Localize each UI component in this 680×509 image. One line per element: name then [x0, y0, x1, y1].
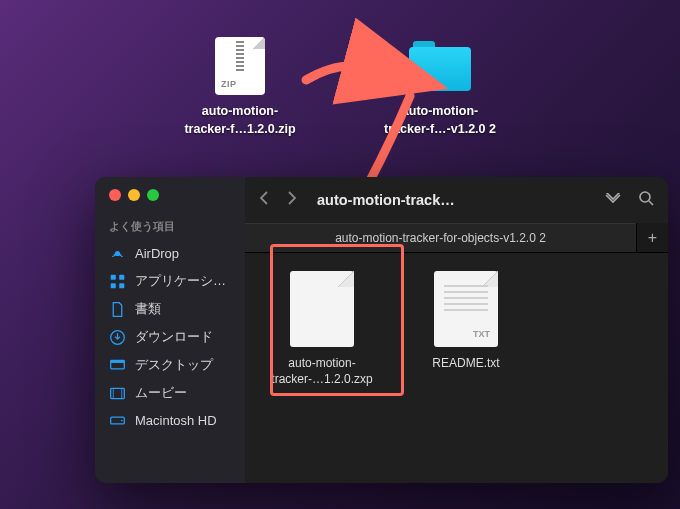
svg-rect-3 — [111, 283, 116, 288]
sidebar-item-label: 書類 — [135, 300, 161, 318]
minimize-button[interactable] — [128, 189, 140, 201]
download-icon — [109, 329, 126, 346]
finder-tab[interactable]: auto-motion-tracker-for-objects-v1.2.0 2 — [245, 223, 636, 252]
desktop-folder[interactable]: auto-motion-tracker-f…-v1.2.0 2 — [370, 35, 510, 138]
window-controls — [95, 189, 245, 215]
sidebar-item-hd[interactable]: Macintosh HD — [95, 407, 245, 434]
desktop-folder-label: auto-motion-tracker-f…-v1.2.0 2 — [384, 103, 496, 138]
svg-point-10 — [121, 420, 123, 422]
desktop-file-zip[interactable]: ZIP auto-motion-tracker-f…1.2.0.zip — [170, 35, 310, 138]
svg-rect-4 — [119, 283, 124, 288]
sidebar-item-desktop[interactable]: デスクトップ — [95, 351, 245, 379]
finder-main: auto-motion-track… auto-motion-tracker-f… — [245, 177, 668, 483]
file-item[interactable]: TXTREADME.txt — [411, 271, 521, 371]
forward-button[interactable] — [287, 191, 297, 209]
sidebar-item-doc[interactable]: 書類 — [95, 295, 245, 323]
desktop-file-label: auto-motion-tracker-f…1.2.0.zip — [184, 103, 295, 138]
sidebar-section-title: よく使う項目 — [95, 215, 245, 240]
finder-content[interactable]: auto-motion-tracker-…1.2.0.zxpTXTREADME.… — [245, 253, 668, 483]
finder-window: よく使う項目 AirDropアプリケーシ…書類ダウンロードデスクトップムービーM… — [95, 177, 668, 483]
finder-toolbar: auto-motion-track… — [245, 177, 668, 223]
apps-icon — [109, 273, 126, 290]
sidebar-item-label: Macintosh HD — [135, 413, 217, 428]
file-icon: TXT — [434, 271, 498, 347]
desktop-icon — [109, 357, 126, 374]
file-label: README.txt — [432, 355, 499, 371]
sidebar-item-label: ダウンロード — [135, 328, 213, 346]
sidebar-item-label: ムービー — [135, 384, 187, 402]
svg-rect-2 — [119, 274, 124, 279]
airdrop-icon — [109, 245, 126, 262]
sidebar-item-apps[interactable]: アプリケーシ… — [95, 267, 245, 295]
sidebar-item-movie[interactable]: ムービー — [95, 379, 245, 407]
zip-icon: ZIP — [215, 37, 265, 95]
more-button[interactable] — [604, 191, 622, 209]
sidebar-item-label: アプリケーシ… — [135, 272, 226, 290]
hd-icon — [109, 412, 126, 429]
svg-rect-1 — [111, 274, 116, 279]
finder-tabbar: auto-motion-tracker-for-objects-v1.2.0 2… — [245, 223, 668, 253]
svg-rect-7 — [111, 360, 125, 363]
search-button[interactable] — [638, 190, 654, 210]
sidebar-item-label: デスクトップ — [135, 356, 213, 374]
file-item[interactable]: auto-motion-tracker-…1.2.0.zxp — [267, 271, 377, 387]
file-icon — [290, 271, 354, 347]
sidebar-item-airdrop[interactable]: AirDrop — [95, 240, 245, 267]
sidebar-item-download[interactable]: ダウンロード — [95, 323, 245, 351]
back-button[interactable] — [259, 191, 269, 209]
doc-icon — [109, 301, 126, 318]
sidebar-item-label: AirDrop — [135, 246, 179, 261]
movie-icon — [109, 385, 126, 402]
svg-rect-8 — [111, 388, 125, 398]
file-label: auto-motion-tracker-…1.2.0.zxp — [271, 355, 372, 387]
folder-icon — [409, 41, 471, 91]
close-button[interactable] — [109, 189, 121, 201]
maximize-button[interactable] — [147, 189, 159, 201]
new-tab-button[interactable]: + — [636, 223, 668, 252]
window-title: auto-motion-track… — [309, 192, 592, 208]
svg-point-11 — [640, 192, 650, 202]
finder-sidebar: よく使う項目 AirDropアプリケーシ…書類ダウンロードデスクトップムービーM… — [95, 177, 245, 483]
